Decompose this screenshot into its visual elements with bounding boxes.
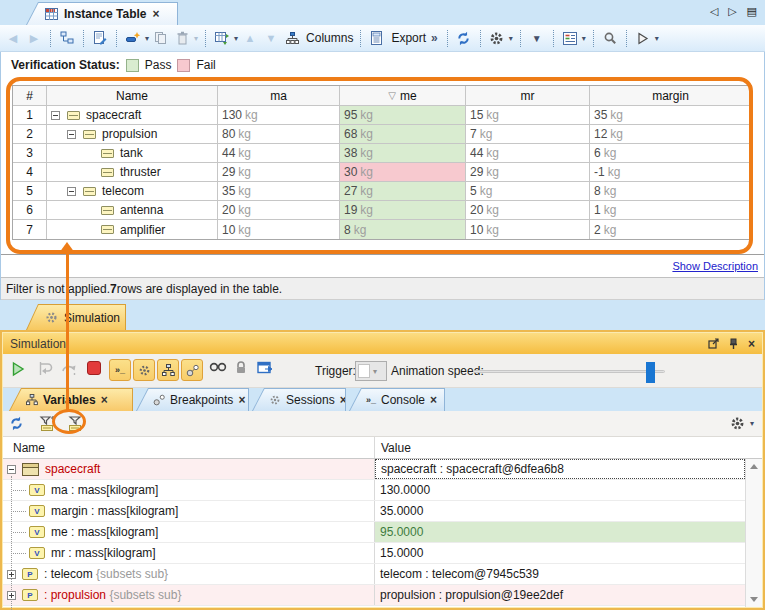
table-row[interactable]: 3 tank 44kg 38kg 44kg 6kg [13, 144, 751, 163]
variable-row[interactable]: spacecraft spacecraft : spacecraft@6dfea… [3, 459, 745, 480]
options-caret-icon[interactable]: ▾ [509, 34, 513, 43]
pin-icon[interactable] [729, 338, 738, 350]
run-caret-icon[interactable]: ▾ [655, 34, 659, 43]
variable-value[interactable]: telecom : telecom@7945c539 [375, 564, 745, 584]
scroll-down-icon[interactable] [750, 597, 758, 602]
mr-cell[interactable]: 10kg [466, 220, 590, 239]
settings-gear-icon[interactable] [730, 416, 745, 431]
refresh-icon[interactable] [9, 416, 24, 431]
export-icon[interactable] [368, 28, 386, 48]
slider-thumb[interactable] [646, 362, 655, 383]
ma-cell[interactable]: 29kg [218, 163, 340, 182]
tab-variables[interactable]: Variables × [9, 388, 133, 411]
margin-cell[interactable]: -1kg [590, 163, 751, 182]
me-cell[interactable]: 19kg [340, 201, 466, 220]
variables-toggle-button[interactable] [157, 359, 179, 381]
header-me[interactable]: ▽me [340, 86, 466, 106]
variable-row[interactable]: P: propulsion {subsets sub} propulsion :… [3, 585, 745, 606]
margin-cell[interactable]: 2kg [590, 220, 751, 239]
row-name-cell[interactable]: tank [47, 144, 218, 163]
variable-row[interactable]: Vme : mass[kilogram] 95.0000 [3, 522, 745, 543]
scroll-up-icon[interactable] [750, 464, 758, 469]
create-caret-icon[interactable]: ▾ [145, 34, 149, 43]
binoculars-icon[interactable] [209, 361, 227, 373]
mr-cell[interactable]: 15kg [466, 106, 590, 125]
header-margin[interactable]: margin [590, 86, 751, 106]
margin-cell[interactable]: 1kg [590, 201, 751, 220]
lock-icon[interactable] [235, 361, 247, 375]
columns-button[interactable]: Columns [306, 31, 353, 45]
me-cell[interactable]: 30kg [340, 163, 466, 182]
run-icon[interactable] [11, 361, 25, 377]
row-name-cell[interactable]: spacecraft [47, 106, 218, 125]
refresh-icon[interactable] [455, 28, 473, 48]
variable-row[interactable]: Vmargin : mass[kilogram] 35.0000 [3, 501, 745, 522]
tab-instance-table[interactable]: Instance Table × [26, 2, 178, 25]
mr-cell[interactable]: 20kg [466, 201, 590, 220]
close-icon[interactable]: × [238, 395, 245, 405]
row-name-cell[interactable]: telecom [47, 182, 218, 201]
legend-caret-icon[interactable]: ▾ [582, 34, 586, 43]
export-selected-values-icon[interactable] [39, 416, 56, 432]
me-cell[interactable]: 68kg [340, 125, 466, 144]
table-row[interactable]: 1 spacecraft 130kg 95kg 15kg 35kg [13, 106, 751, 125]
ma-cell[interactable]: 44kg [218, 144, 340, 163]
tab-breakpoints[interactable]: Breakpoints × [136, 388, 249, 411]
delete-caret-icon[interactable]: ▾ [194, 34, 198, 43]
delete-icon[interactable] [173, 28, 191, 48]
ma-cell[interactable]: 130kg [218, 106, 340, 125]
breakpoints-toggle-button[interactable] [181, 359, 203, 381]
close-icon[interactable]: × [340, 395, 347, 405]
options-gear-icon[interactable] [488, 28, 506, 48]
row-name-cell[interactable]: thruster [47, 163, 218, 182]
settings-caret-icon[interactable]: ▾ [750, 419, 754, 428]
header-name[interactable]: Name [47, 86, 218, 106]
me-cell[interactable]: 8kg [340, 220, 466, 239]
tab-console[interactable]: »_ Console × [349, 388, 445, 411]
variable-value[interactable]: 130.0000 [375, 480, 745, 500]
create-instance-icon[interactable] [124, 28, 142, 48]
animation-speed-slider[interactable] [473, 370, 665, 373]
sessions-toggle-button[interactable] [133, 359, 155, 381]
ma-cell[interactable]: 35kg [218, 182, 340, 201]
columns-icon[interactable] [283, 28, 301, 48]
scroll-tabs-left-icon[interactable]: ◁ [710, 5, 718, 18]
legend-icon[interactable] [561, 28, 579, 48]
close-icon[interactable]: × [101, 395, 108, 405]
run-validation-icon[interactable] [634, 28, 652, 48]
variable-row[interactable]: P: telecom {subsets sub} telecom : telec… [3, 564, 745, 585]
generate-report-icon[interactable] [91, 28, 109, 48]
forward-icon[interactable]: ▶ [25, 28, 43, 48]
variable-value[interactable]: 35.0000 [375, 501, 745, 521]
table-row[interactable]: 2 propulsion 80kg 68kg 7kg 12kg [13, 125, 751, 144]
header-name[interactable]: Name [3, 437, 375, 458]
move-up-icon[interactable]: ▲ [241, 28, 259, 48]
variable-row[interactable]: Vmr : mass[kilogram] 15.0000 [3, 543, 745, 564]
mr-cell[interactable]: 44kg [466, 144, 590, 163]
variable-value[interactable]: 95.0000 [375, 522, 745, 542]
margin-cell[interactable]: 12kg [590, 125, 751, 144]
me-cell[interactable]: 95kg [340, 106, 466, 125]
filter-icon[interactable]: ▼ [528, 28, 546, 48]
open-in-window-icon[interactable] [257, 361, 273, 375]
back-icon[interactable]: ◀ [4, 28, 22, 48]
header-ma[interactable]: ma [218, 86, 340, 106]
variable-value[interactable]: propulsion : propulsion@19ee2def [375, 585, 745, 605]
mr-cell[interactable]: 29kg [466, 163, 590, 182]
variable-value[interactable]: spacecraft : spacecraft@6dfea6b8 [375, 459, 745, 479]
trigger-select[interactable]: ▾ [355, 361, 387, 381]
row-name-cell[interactable]: amplifier [47, 220, 218, 239]
export-button[interactable]: Export [391, 31, 426, 45]
me-cell[interactable]: 38kg [340, 144, 466, 163]
header-value[interactable]: Value [375, 441, 762, 455]
close-icon[interactable]: × [152, 9, 159, 19]
expand-icon[interactable] [7, 570, 16, 579]
move-down-icon[interactable]: ▼ [262, 28, 280, 48]
expand-icon[interactable] [7, 591, 16, 600]
step-over-icon[interactable] [61, 361, 78, 376]
margin-cell[interactable]: 35kg [590, 106, 751, 125]
row-name-cell[interactable]: antenna [47, 201, 218, 220]
tab-list-icon[interactable]: ▤ [747, 5, 757, 18]
scroll-tabs-right-icon[interactable]: ▷ [728, 5, 736, 18]
sort-indicator-icon[interactable]: ▽ [388, 90, 396, 101]
